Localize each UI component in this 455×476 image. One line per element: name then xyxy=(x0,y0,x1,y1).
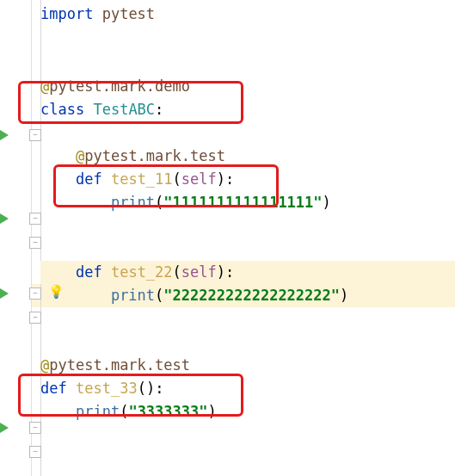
code-line[interactable]: @pytest.mark.test xyxy=(40,354,455,377)
decorator-at: @ xyxy=(40,356,49,374)
punct: ( xyxy=(173,170,181,188)
fold-icon[interactable]: − xyxy=(29,213,41,225)
code-line[interactable] xyxy=(40,121,455,145)
function-name: test_22 xyxy=(111,263,173,281)
code-line[interactable]: @pytest.mark.test xyxy=(40,145,455,168)
code-line[interactable]: class TestABC: xyxy=(40,98,455,121)
keyword: import xyxy=(40,5,93,22)
decorator-text: pytest.mark.test xyxy=(84,147,225,164)
decorator-at: @ xyxy=(76,147,84,164)
punct: ( xyxy=(120,403,128,420)
module-name: pytest xyxy=(102,5,155,22)
code-line-highlighted[interactable]: def test_22(self): xyxy=(40,261,455,284)
code-line[interactable] xyxy=(40,238,455,261)
decorator-text: pytest.mark.demo xyxy=(49,77,190,95)
code-line[interactable] xyxy=(40,214,455,238)
self-param: self xyxy=(181,263,217,281)
fold-icon[interactable]: − xyxy=(29,237,41,249)
code-line[interactable] xyxy=(40,331,455,354)
keyword: def xyxy=(76,170,102,188)
fold-icon[interactable]: − xyxy=(29,312,41,324)
string-literal: "1111111111111111" xyxy=(163,194,322,211)
punct: ) xyxy=(217,263,225,281)
punct: ) xyxy=(340,287,348,304)
punct: ) xyxy=(217,170,225,188)
keyword: class xyxy=(40,101,84,118)
decorator-at: @ xyxy=(40,77,49,95)
punct: ) xyxy=(208,403,217,420)
code-line[interactable]: print("222222222222222222") xyxy=(40,284,455,307)
string-literal: "222222222222222222" xyxy=(163,287,340,304)
punct: ) xyxy=(146,380,155,397)
decorator-text: pytest.mark.test xyxy=(49,356,190,374)
keyword: def xyxy=(40,380,67,397)
punct: : xyxy=(225,170,234,188)
code-line[interactable]: @pytest.mark.demo xyxy=(40,75,455,98)
punct: ( xyxy=(155,194,163,211)
gutter xyxy=(0,0,31,476)
code-line[interactable]: print("3333333") xyxy=(40,400,455,423)
call-name: print xyxy=(111,287,155,304)
string-literal: "3333333" xyxy=(128,403,207,420)
code-line[interactable] xyxy=(40,52,455,75)
code-line[interactable]: def test_33(): xyxy=(40,377,455,400)
punct: : xyxy=(225,263,234,281)
code-line[interactable]: def test_11(self): xyxy=(40,168,455,191)
punct: ( xyxy=(138,380,146,397)
fold-icon[interactable]: − xyxy=(29,422,41,434)
punct: : xyxy=(155,380,163,397)
punct: ( xyxy=(173,263,181,281)
code-line[interactable] xyxy=(40,307,455,331)
fold-icon[interactable]: − xyxy=(29,446,41,458)
punct: ) xyxy=(323,194,331,211)
fold-icon[interactable]: − xyxy=(29,287,41,300)
code-line[interactable] xyxy=(40,28,455,52)
punct: ( xyxy=(155,287,163,304)
fold-icon[interactable]: − xyxy=(29,129,41,141)
self-param: self xyxy=(181,170,217,188)
call-name: print xyxy=(111,194,155,211)
code-line[interactable]: import pytest xyxy=(40,0,455,28)
run-icon[interactable] xyxy=(0,288,9,299)
run-icon[interactable] xyxy=(0,130,9,140)
function-name: test_33 xyxy=(76,380,138,397)
run-icon[interactable] xyxy=(0,213,9,224)
code-line[interactable]: print("1111111111111111") xyxy=(40,191,455,214)
keyword: def xyxy=(76,263,102,281)
code-editor[interactable]: import pytest @pytest.mark.demo class Te… xyxy=(40,0,455,423)
run-icon[interactable] xyxy=(0,423,9,433)
call-name: print xyxy=(76,403,120,420)
class-name: TestABC xyxy=(93,101,155,118)
function-name: test_11 xyxy=(111,170,173,188)
punct: : xyxy=(155,101,163,118)
